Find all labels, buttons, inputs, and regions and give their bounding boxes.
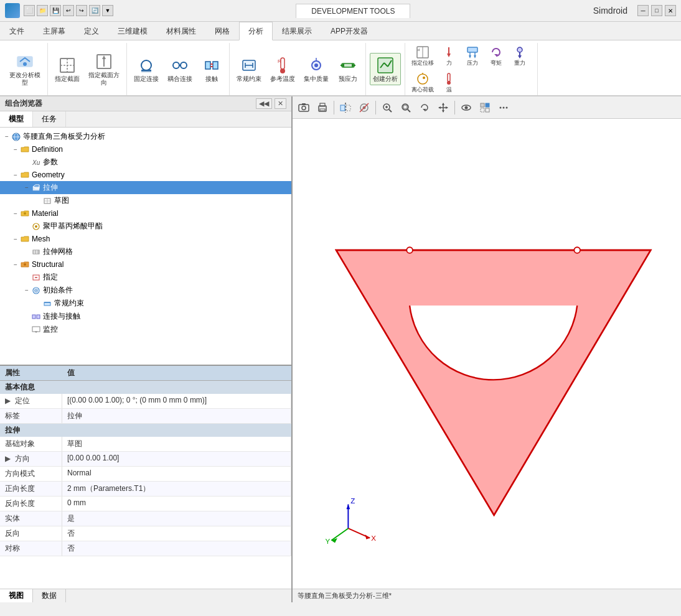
minimize-btn[interactable]: ─ xyxy=(637,5,649,16)
tab-task[interactable]: 任务 xyxy=(33,111,66,127)
tab-view[interactable]: 视图 xyxy=(0,589,33,602)
tab-appdev[interactable]: APP开发器 xyxy=(321,22,377,40)
toggle-extrude[interactable]: − xyxy=(22,184,31,191)
tab-mesh[interactable]: 网格 xyxy=(205,22,239,40)
hide-show-btn[interactable] xyxy=(355,99,373,116)
tree-item-contact-conn[interactable]: 连接与接触 xyxy=(0,310,291,323)
zoom-fit-btn[interactable] xyxy=(378,99,396,116)
maximize-btn[interactable]: □ xyxy=(651,5,662,16)
tree-item-monitor[interactable]: 监控 xyxy=(0,323,291,336)
modify-model-btn[interactable]: 更改分析模型 xyxy=(6,49,44,89)
folder-icon-structural xyxy=(20,259,30,269)
tab-material[interactable]: 材料属性 xyxy=(157,22,205,40)
force-btn[interactable]: 力 xyxy=(438,43,460,68)
save-btn[interactable]: 💾 xyxy=(50,5,61,16)
pressure-btn[interactable]: 压力 xyxy=(461,43,484,68)
more-options-btn[interactable] xyxy=(495,99,512,116)
props-section-extrude: 拉伸 xyxy=(0,424,291,437)
create-analysis-btn[interactable]: 创建分析 xyxy=(370,53,401,85)
tab-analysis[interactable]: 分析 xyxy=(239,22,273,40)
assign-displacement-btn[interactable]: d 指定位移 xyxy=(409,43,436,68)
zoom-box-btn[interactable] xyxy=(397,99,415,116)
tab-results[interactable]: 结果展示 xyxy=(273,22,321,40)
folder-icon-mesh xyxy=(20,234,30,244)
expand-direction[interactable]: ▶ xyxy=(5,454,11,463)
options-btn[interactable]: ▼ xyxy=(102,5,113,16)
ribbon-tabs: 文件 主屏幕 定义 三维建模 材料属性 网格 分析 结果展示 APP开发器 xyxy=(0,22,681,40)
pan-btn[interactable] xyxy=(434,99,452,116)
tab-data[interactable]: 数据 xyxy=(33,589,66,602)
redo-btn[interactable]: ↪ xyxy=(76,5,87,16)
eye-btn[interactable] xyxy=(458,99,475,116)
properties-panel: 属性 值 基本信息 ▶ 定位 [(0.00 0.00 1.00); 0 °; (… xyxy=(0,365,291,589)
prestress-btn[interactable]: 预应力 xyxy=(334,53,362,85)
tree-item-definition[interactable]: − Definition xyxy=(0,143,291,156)
tree-item-geometry[interactable]: − Geometry xyxy=(0,169,291,181)
tree-item-extrude[interactable]: − 拉伸 xyxy=(0,181,291,194)
panel-close-btn[interactable]: ✕ xyxy=(275,98,286,109)
camera-view-btn[interactable] xyxy=(295,99,312,116)
contact-btn[interactable]: 接触 xyxy=(198,53,225,85)
tab-home[interactable]: 主屏幕 xyxy=(34,22,75,40)
tab-define[interactable]: 定义 xyxy=(75,22,108,40)
panel-pin-btn[interactable]: ◀◀ xyxy=(256,98,272,109)
section-view-btn[interactable] xyxy=(337,99,354,116)
tree-item-sketch[interactable]: 草图 xyxy=(0,194,291,207)
toggle-material[interactable]: − xyxy=(11,210,20,217)
gravity-btn[interactable]: 重力 xyxy=(509,43,531,68)
tree-item-assign[interactable]: 指定 xyxy=(0,271,291,284)
toggle-structural[interactable]: − xyxy=(11,261,20,268)
tree-item-material[interactable]: − Material xyxy=(0,207,291,220)
tree-item-pmma[interactable]: 聚甲基丙烯酸甲酯 xyxy=(0,220,291,233)
tree-item-init-cond[interactable]: − 初始条件 xyxy=(0,284,291,297)
print-btn[interactable] xyxy=(314,99,331,116)
concentrated-mass-btn[interactable]: 集中质量 xyxy=(301,53,332,85)
tree-item-structural[interactable]: − Structural xyxy=(0,258,291,271)
svg-point-52 xyxy=(418,74,428,84)
rotate-btn[interactable] xyxy=(416,99,433,116)
3d-viewport[interactable]: Z X Y xyxy=(293,119,681,589)
folder-icon-geometry xyxy=(20,170,30,180)
fixed-conn-btn[interactable]: 固定连接 xyxy=(131,53,162,85)
assign-section-btn[interactable]: 指定截面 xyxy=(52,53,83,85)
tab-model[interactable]: 模型 xyxy=(0,111,33,127)
temperature-btn[interactable]: 温 xyxy=(438,70,460,95)
svg-text:X: X xyxy=(371,534,376,542)
ref-temp-btn[interactable]: R 参考温度 xyxy=(267,53,298,85)
assign-section-dir-btn[interactable]: 指定截面方向 xyxy=(85,49,123,89)
svg-rect-118 xyxy=(486,108,489,112)
tree-item-root[interactable]: − 等腰直角三角板受力分析 xyxy=(0,130,291,143)
eccentric-load-btn[interactable]: 离心荷载 xyxy=(409,70,436,95)
refresh-btn[interactable]: 🔄 xyxy=(89,5,100,16)
svg-point-88 xyxy=(302,106,306,110)
close-btn[interactable]: ✕ xyxy=(665,5,676,16)
display-mode-btn[interactable] xyxy=(476,99,494,116)
tree-item-params[interactable]: Xu 参数 xyxy=(0,156,291,169)
toggle-root[interactable]: − xyxy=(2,133,11,140)
moment-btn[interactable]: 弯矩 xyxy=(485,43,507,68)
svg-text:R: R xyxy=(278,58,281,64)
undo-btn[interactable]: ↩ xyxy=(63,5,74,16)
tree-item-normal-constr[interactable]: 常规约束 xyxy=(0,297,291,310)
toggle-init[interactable]: − xyxy=(22,287,31,294)
svg-text:d: d xyxy=(418,48,420,52)
toggle-definition[interactable]: − xyxy=(11,146,20,153)
expand-location[interactable]: ▶ xyxy=(5,396,11,405)
ribbon-group-model: 更改分析模型 xyxy=(2,43,48,95)
tab-model3d[interactable]: 三维建模 xyxy=(108,22,157,40)
svg-point-69 xyxy=(35,225,37,228)
folder-icon-definition xyxy=(20,144,30,154)
dev-tools-tab[interactable]: DEVELOPMENT TOOLS xyxy=(296,4,410,18)
svg-rect-94 xyxy=(340,105,345,111)
tree-item-extrude-mesh[interactable]: 拉伸网格 xyxy=(0,245,291,258)
toggle-geometry[interactable]: − xyxy=(11,172,20,179)
tree-item-mesh[interactable]: − Mesh xyxy=(0,233,291,245)
open-btn[interactable]: 📁 xyxy=(37,5,48,16)
props-row-symmetric: 对称 否 xyxy=(0,541,291,556)
toggle-mesh[interactable]: − xyxy=(11,236,20,243)
new-btn[interactable]: ⬜ xyxy=(24,5,35,16)
toggle-params xyxy=(22,159,31,166)
tab-file[interactable]: 文件 xyxy=(0,22,34,40)
normal-constraint-btn[interactable]: 常规约束 xyxy=(233,53,265,85)
coupling-conn-btn[interactable]: 耦合连接 xyxy=(164,53,195,85)
